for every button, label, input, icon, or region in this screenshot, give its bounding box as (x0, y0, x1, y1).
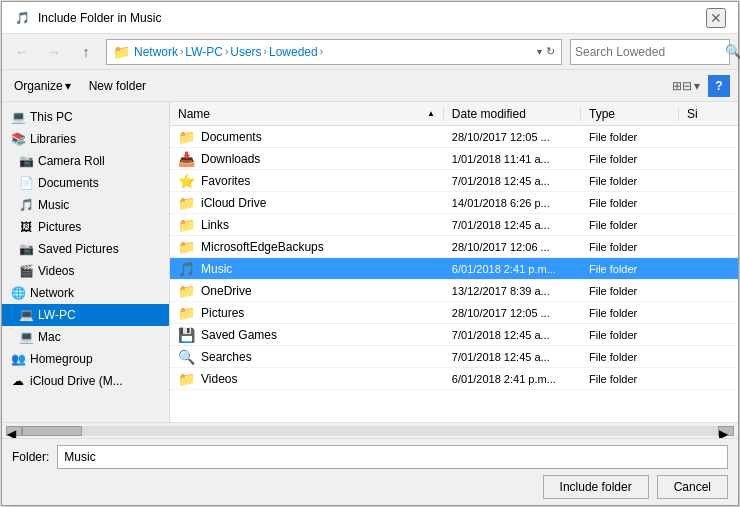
dialog: 🎵 Include Folder in Music ✕ ← → ↑ 📁 Netw… (1, 1, 739, 506)
scroll-right-btn[interactable]: ▶ (718, 426, 734, 436)
folder-input[interactable] (57, 445, 728, 469)
saved-pictures-icon: 📷 (18, 241, 34, 257)
sidebar-item-documents[interactable]: 📄 Documents (2, 172, 169, 194)
sidebar-item-camera-roll[interactable]: 📷 Camera Roll (2, 150, 169, 172)
file-row[interactable]: ⭐ Favorites 7/01/2018 12:45 a... File fo… (170, 170, 738, 192)
file-row[interactable]: 🎵 Music 6/01/2018 2:41 p.m... File folde… (170, 258, 738, 280)
file-folder-icon: 📁 (178, 283, 195, 299)
address-dropdown-button[interactable]: ▾ (537, 46, 542, 57)
file-type-cell: File folder (581, 153, 679, 165)
file-date-cell: 7/01/2018 12:45 a... (444, 219, 581, 231)
file-type-cell: File folder (581, 307, 679, 319)
file-row[interactable]: 📁 Pictures 28/10/2017 12:05 ... File fol… (170, 302, 738, 324)
file-folder-icon: 🎵 (178, 261, 195, 277)
file-folder-icon: 📁 (178, 129, 195, 145)
col-date-label: Date modified (452, 107, 526, 121)
address-users[interactable]: Users (230, 45, 261, 59)
cancel-button[interactable]: Cancel (657, 475, 728, 499)
view-dropdown-icon: ▾ (694, 79, 700, 93)
back-button[interactable]: ← (10, 40, 34, 64)
h-scrollbar[interactable] (22, 426, 718, 436)
file-name-cell: 💾 Saved Games (170, 327, 444, 343)
sidebar-label-mac: Mac (38, 330, 61, 344)
sort-arrow: ▲ (427, 109, 435, 118)
search-icon-button[interactable]: 🔍 (725, 44, 740, 59)
sidebar-item-network[interactable]: 🌐 Network (2, 282, 169, 304)
file-name-text: Videos (201, 372, 237, 386)
file-name-text: Favorites (201, 174, 250, 188)
sidebar-item-homegroup[interactable]: 👥 Homegroup (2, 348, 169, 370)
forward-button[interactable]: → (42, 40, 66, 64)
sidebar-item-lw-pc[interactable]: 💻 LW-PC (2, 304, 169, 326)
file-date-cell: 7/01/2018 12:45 a... (444, 351, 581, 363)
file-list: Name ▲ Date modified Type Si 📁 Documents… (170, 102, 738, 422)
sidebar-item-mac[interactable]: 💻 Mac (2, 326, 169, 348)
sidebar-item-icloud[interactable]: ☁ iCloud Drive (M... (2, 370, 169, 392)
sidebar-item-pictures[interactable]: 🖼 Pictures (2, 216, 169, 238)
file-row[interactable]: 📁 Links 7/01/2018 12:45 a... File folder (170, 214, 738, 236)
file-list-header: Name ▲ Date modified Type Si (170, 102, 738, 126)
h-scroll-thumb[interactable] (22, 426, 82, 436)
view-button[interactable]: ⊞⊟ ▾ (668, 77, 704, 95)
up-button[interactable]: ↑ (74, 40, 98, 64)
col-size-header[interactable]: Si (679, 107, 738, 121)
file-name-cell: 🎵 Music (170, 261, 444, 277)
file-row[interactable]: 💾 Saved Games 7/01/2018 12:45 a... File … (170, 324, 738, 346)
file-name-cell: 📥 Downloads (170, 151, 444, 167)
file-name-text: Music (201, 262, 232, 276)
sidebar-item-music[interactable]: 🎵 Music (2, 194, 169, 216)
col-date-header[interactable]: Date modified (444, 107, 581, 121)
col-name-header[interactable]: Name ▲ (170, 107, 444, 121)
close-button[interactable]: ✕ (706, 8, 726, 28)
address-refresh-button[interactable]: ↻ (546, 45, 555, 58)
organize-button[interactable]: Organize ▾ (10, 77, 75, 95)
file-folder-icon: ⭐ (178, 173, 195, 189)
search-input[interactable] (575, 45, 725, 59)
scrollbar-area[interactable]: ◀ ▶ (2, 422, 738, 438)
scroll-left-btn[interactable]: ◀ (6, 426, 22, 436)
sidebar-item-saved-pictures[interactable]: 📷 Saved Pictures (2, 238, 169, 260)
file-date-cell: 13/12/2017 8:39 a... (444, 285, 581, 297)
search-bar[interactable]: 🔍 (570, 39, 730, 65)
col-type-header[interactable]: Type (581, 107, 679, 121)
help-button[interactable]: ? (708, 75, 730, 97)
col-name-label: Name (178, 107, 210, 121)
sidebar-label-documents: Documents (38, 176, 99, 190)
file-folder-icon: 📁 (178, 217, 195, 233)
include-folder-button[interactable]: Include folder (543, 475, 649, 499)
file-folder-icon: 🔍 (178, 349, 195, 365)
file-name-text: Documents (201, 130, 262, 144)
mac-icon: 💻 (18, 329, 34, 345)
file-name-cell: 📁 MicrosoftEdgeBackups (170, 239, 444, 255)
file-row[interactable]: 📁 OneDrive 13/12/2017 8:39 a... File fol… (170, 280, 738, 302)
address-loweded[interactable]: Loweded (269, 45, 318, 59)
nav-toolbar: ← → ↑ 📁 Network › LW-PC › Users › Lowede… (2, 34, 738, 70)
sidebar-label-this-pc: This PC (30, 110, 73, 124)
address-lwpc[interactable]: LW-PC (185, 45, 223, 59)
file-type-cell: File folder (581, 285, 679, 297)
sep2: › (225, 46, 228, 57)
sidebar-item-videos[interactable]: 🎬 Videos (2, 260, 169, 282)
file-row[interactable]: 📁 Documents 28/10/2017 12:05 ... File fo… (170, 126, 738, 148)
new-folder-button[interactable]: New folder (83, 77, 152, 95)
file-date-cell: 1/01/2018 11:41 a... (444, 153, 581, 165)
file-date-cell: 6/01/2018 2:41 p.m... (444, 373, 581, 385)
address-folder-icon: 📁 (113, 44, 130, 60)
file-name-text: Downloads (201, 152, 260, 166)
sidebar-label-videos: Videos (38, 264, 74, 278)
file-row[interactable]: 📁 Videos 6/01/2018 2:41 p.m... File fold… (170, 368, 738, 390)
file-row[interactable]: 📥 Downloads 1/01/2018 11:41 a... File fo… (170, 148, 738, 170)
file-rows-container: 📁 Documents 28/10/2017 12:05 ... File fo… (170, 126, 738, 390)
file-date-cell: 28/10/2017 12:06 ... (444, 241, 581, 253)
sep4: › (320, 46, 323, 57)
file-row[interactable]: 📁 MicrosoftEdgeBackups 28/10/2017 12:06 … (170, 236, 738, 258)
file-row[interactable]: 📁 iCloud Drive 14/01/2018 6:26 p... File… (170, 192, 738, 214)
sidebar-label-saved-pictures: Saved Pictures (38, 242, 119, 256)
address-bar[interactable]: 📁 Network › LW-PC › Users › Loweded › ▾ … (106, 39, 562, 65)
sidebar-item-this-pc[interactable]: 💻 This PC (2, 106, 169, 128)
folder-input-row: Folder: (12, 445, 728, 469)
file-row[interactable]: 🔍 Searches 7/01/2018 12:45 a... File fol… (170, 346, 738, 368)
sidebar-item-libraries[interactable]: 📚 Libraries (2, 128, 169, 150)
address-network[interactable]: Network (134, 45, 178, 59)
pictures-icon: 🖼 (18, 219, 34, 235)
